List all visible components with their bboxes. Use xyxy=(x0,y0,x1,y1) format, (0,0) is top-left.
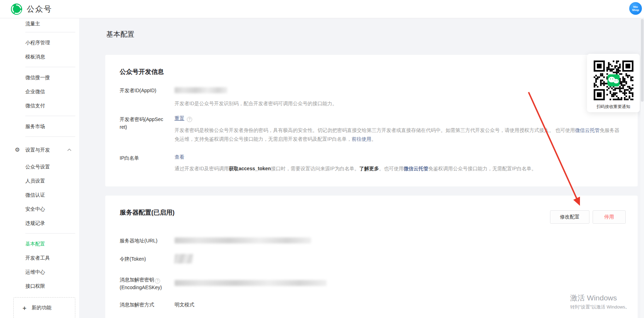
ip-whitelist-desc: 通过开发者ID及密码调用获取access_token接口时，需要设置访问来源IP… xyxy=(175,164,623,173)
cloud-hosting-link[interactable]: 微信云托管 xyxy=(575,127,600,133)
scrollbar-thumb[interactable] xyxy=(641,19,644,102)
sidebar-item-basic-config[interactable]: 基本配置 xyxy=(0,237,79,251)
token-row: 令牌(Token) xyxy=(120,255,623,263)
wechat-mp-logo[interactable]: 公众号 xyxy=(11,3,52,15)
sidebar-item-service-market[interactable]: 服务市场 xyxy=(0,119,79,133)
modify-config-button[interactable]: 修改配置 xyxy=(550,210,589,224)
sidebar-item-wechat-search[interactable]: 微信搜一搜 xyxy=(0,70,79,84)
account-avatar[interactable]: Niu Shop xyxy=(629,2,642,15)
vertical-scrollbar xyxy=(640,18,644,318)
aes-key-row: 消息加解密密钥? (EncodingAESKey) xyxy=(120,276,623,291)
appid-desc: 开发者ID是公众号开发识别码，配合开发者密码可调用公众号的接口能力。 xyxy=(175,99,623,108)
dev-info-title: 公众号开发信息 xyxy=(120,68,164,76)
server-config-title: 服务器配置(已启用) xyxy=(120,208,175,217)
sidebar-item-template-message[interactable]: 模板消息 xyxy=(0,50,79,64)
new-feature-button[interactable]: ＋ 新的功能 xyxy=(13,297,75,318)
aes-key-label: 消息加解密密钥? (EncodingAESKey) xyxy=(120,276,175,291)
help-icon[interactable]: ? xyxy=(155,278,160,284)
gear-icon: ⚙ xyxy=(15,140,20,160)
encrypt-mode-value: 明文模式 xyxy=(175,302,194,307)
sidebar-divider xyxy=(25,136,75,137)
sidebar-divider xyxy=(25,32,75,32)
windows-activation-watermark: 激活 Windows 转到"设置"以激活 Windows。 xyxy=(570,293,630,310)
wechat-mp-logo-icon xyxy=(11,3,23,15)
server-url-row: 服务器地址(URL) xyxy=(120,237,623,244)
server-config-card: 服务器配置(已启用) 修改配置 停用 服务器地址(URL) 令牌(Token) … xyxy=(105,196,638,318)
sidebar-item-security-center[interactable]: 安全中心 xyxy=(0,202,79,216)
new-feature-label: 新的功能 xyxy=(32,305,51,311)
dev-info-card: 公众号开发信息 开发者ID(AppID) 开发者ID是公众号开发识别码，配合开发… xyxy=(105,55,638,186)
learn-more-link[interactable]: 了解更多 xyxy=(359,166,379,171)
sidebar-item-traffic[interactable]: 流量主 xyxy=(0,18,79,29)
sidebar-item-work-wechat[interactable]: 企业微信 xyxy=(0,84,79,98)
sidebar-item-violation-records[interactable]: 违规记录 xyxy=(0,216,79,230)
cloud-hosting-link-2[interactable]: 微信云托管 xyxy=(404,166,428,171)
sidebar-item-wechat-pay[interactable]: 微信支付 xyxy=(0,98,79,113)
appsecret-row: 开发者密码(AppSec ret) 重置? 开发者密码是校验公众号开发者身份的密… xyxy=(120,115,623,144)
encrypt-mode-row: 消息加解密方式 明文模式 xyxy=(120,301,623,309)
appid-value-redacted xyxy=(175,87,227,93)
top-header: 公众号 Niu Shop xyxy=(0,0,644,18)
sidebar-item-account-settings[interactable]: 公众号设置 xyxy=(0,160,79,174)
sidebar-item-wechat-verification[interactable]: 微信认证 xyxy=(0,188,79,202)
plus-icon: ＋ xyxy=(21,304,27,312)
server-url-value-redacted xyxy=(175,237,311,243)
sidebar-item-api-permissions[interactable]: 接口权限 xyxy=(0,279,79,293)
sidebar-divider xyxy=(25,233,75,234)
appid-row: 开发者ID(AppID) 开发者ID是公众号开发识别码，配合开发者密码可调用公众… xyxy=(120,87,623,108)
sidebar-item-developer-tools[interactable]: 开发者工具 xyxy=(0,251,79,265)
ip-whitelist-label: IP白名单 xyxy=(120,154,175,162)
aes-key-value-redacted xyxy=(175,280,327,286)
appsecret-desc: 开发者密码是校验公众号开发者身份的密码，具有极高的安全性。切记勿把密码直接交给第… xyxy=(175,126,623,144)
reset-link[interactable]: 重置 xyxy=(175,115,184,121)
sidebar-group-settings-and-dev[interactable]: ⚙设置与开发 xyxy=(0,140,79,160)
token-value-redacted xyxy=(174,254,194,263)
sidebar: 流量主小程序管理模板消息微信搜一搜企业微信微信支付服务市场⚙设置与开发公众号设置… xyxy=(0,18,79,318)
qr-caption: 扫码接收重要通知 xyxy=(587,104,640,110)
sidebar-item-ops-center[interactable]: 运维中心 xyxy=(0,265,79,279)
sidebar-divider xyxy=(25,116,75,116)
server-url-label: 服务器地址(URL) xyxy=(120,237,175,244)
sidebar-item-miniprogram-management[interactable]: 小程序管理 xyxy=(0,36,79,50)
appid-label: 开发者ID(AppID) xyxy=(120,87,175,94)
go-use-link[interactable]: 前往使用 xyxy=(352,136,371,142)
sidebar-item-staff-settings[interactable]: 人员设置 xyxy=(0,174,79,188)
app-title: 公众号 xyxy=(27,4,52,14)
sidebar-nav: 流量主小程序管理模板消息微信搜一搜企业微信微信支付服务市场⚙设置与开发公众号设置… xyxy=(0,18,79,293)
qr-notice-panel: 扫码接收重要通知 xyxy=(587,54,640,112)
disable-button[interactable]: 停用 xyxy=(593,210,626,224)
appsecret-label: 开发者密码(AppSec ret) xyxy=(120,115,175,131)
sidebar-divider xyxy=(25,67,75,67)
qr-code xyxy=(594,61,633,100)
chevron-up-icon xyxy=(67,148,71,151)
help-icon[interactable]: ? xyxy=(187,117,192,122)
page-title: 基本配置 xyxy=(106,30,134,39)
view-link[interactable]: 查看 xyxy=(175,154,184,160)
ip-whitelist-row: IP白名单 查看 通过开发者ID及密码调用获取access_token接口时，需… xyxy=(120,154,623,173)
encrypt-mode-label: 消息加解密方式 xyxy=(120,301,175,309)
token-label: 令牌(Token) xyxy=(120,255,175,263)
